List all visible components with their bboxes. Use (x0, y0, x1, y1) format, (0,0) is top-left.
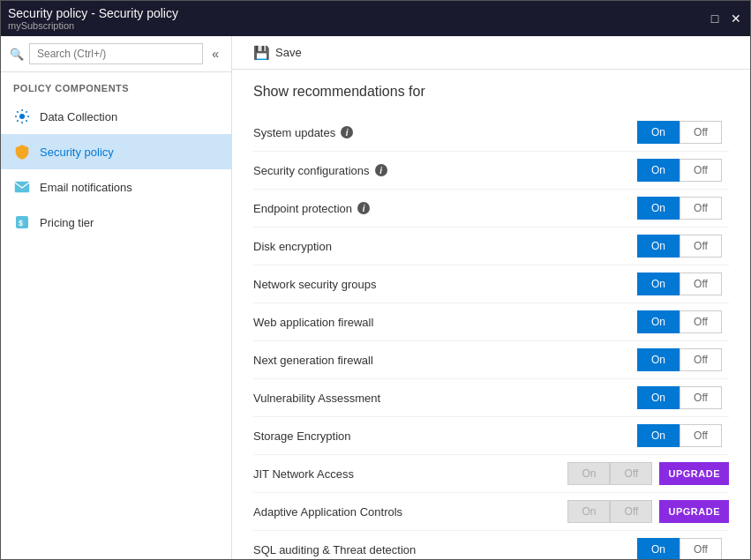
on-button-vulnerability-assessment[interactable]: On (637, 386, 680, 409)
title-bar-controls: □ ✕ (708, 11, 743, 26)
toggle-group-storage-encryption: OnOff (637, 424, 722, 447)
toggle-group-jit-network-access: OnOff (567, 462, 652, 485)
title-bar: Security policy - Security policy mySubs… (1, 1, 750, 36)
toggle-group-next-generation-firewall: OnOff (637, 348, 722, 371)
section-title: Show recommendations for (253, 84, 729, 100)
main-area: 🔍 « POLICY COMPONENTS Data Collection (1, 36, 750, 559)
toggle-group-sql-auditing-threat-detection: OnOff (637, 538, 722, 559)
content-area: 💾 Save Show recommendations for System u… (232, 36, 750, 559)
toolbar: 💾 Save (232, 36, 750, 70)
sidebar-item-security-policy-label: Security policy (40, 146, 114, 159)
collapse-button[interactable]: « (208, 45, 222, 63)
off-button-security-configurations[interactable]: Off (680, 159, 722, 182)
toggle-group-endpoint-protection: OnOff (637, 197, 722, 220)
svg-text:$: $ (19, 219, 23, 228)
recommendation-row-system-updates: System updatesiOnOff (253, 114, 729, 152)
sidebar-item-email-notifications[interactable]: Email notifications (1, 169, 231, 205)
recommendation-row-adaptive-application-controls: Adaptive Application ControlsOnOffUPGRAD… (253, 493, 729, 531)
recommendation-row-network-security-groups: Network security groupsOnOff (253, 265, 729, 303)
on-button-system-updates[interactable]: On (637, 121, 680, 144)
on-button-network-security-groups[interactable]: On (637, 273, 680, 295)
rec-label-adaptive-application-controls: Adaptive Application Controls (253, 505, 567, 519)
policy-components-label: POLICY COMPONENTS (1, 72, 231, 99)
off-button-storage-encryption[interactable]: Off (680, 424, 722, 447)
svg-rect-1 (15, 182, 29, 192)
save-icon: 💾 (253, 45, 270, 61)
close-button[interactable]: ✕ (729, 11, 743, 26)
rec-label-storage-encryption: Storage Encryption (253, 429, 637, 443)
on-button-adaptive-application-controls: On (567, 500, 610, 523)
sidebar: 🔍 « POLICY COMPONENTS Data Collection (1, 36, 232, 559)
on-button-web-application-firewall[interactable]: On (637, 310, 680, 333)
main-window: Security policy - Security policy mySubs… (0, 0, 751, 560)
off-button-sql-auditing-threat-detection[interactable]: Off (680, 538, 722, 559)
shield-icon (13, 143, 31, 161)
rec-label-web-application-firewall: Web application firewall (253, 316, 637, 329)
sidebar-item-pricing-tier[interactable]: $ Pricing tier (1, 205, 231, 240)
search-bar: 🔍 « (1, 36, 231, 72)
rec-label-network-security-groups: Network security groups (253, 278, 637, 291)
save-label: Save (275, 46, 302, 59)
toggle-group-disk-encryption: OnOff (637, 235, 722, 258)
rec-label-security-configurations: Security configurationsi (253, 164, 637, 177)
recommendation-row-endpoint-protection: Endpoint protectioniOnOff (253, 190, 729, 228)
save-button[interactable]: 💾 Save (246, 41, 309, 64)
on-button-next-generation-firewall[interactable]: On (637, 348, 680, 371)
upgrade-button-adaptive-application-controls[interactable]: UPGRADE (659, 500, 729, 523)
content-scroll: Show recommendations for System updatesi… (232, 70, 750, 559)
search-icon: 🔍 (10, 48, 24, 61)
recommendation-row-security-configurations: Security configurationsiOnOff (253, 152, 729, 190)
on-button-jit-network-access: On (567, 462, 610, 485)
pricing-icon: $ (13, 213, 31, 231)
recommendation-row-sql-auditing-threat-detection: SQL auditing & Threat detectionOnOff (253, 531, 729, 559)
title-bar-left: Security policy - Security policy mySubs… (8, 6, 178, 31)
on-button-sql-auditing-threat-detection[interactable]: On (637, 538, 680, 559)
on-button-storage-encryption[interactable]: On (637, 424, 680, 447)
rec-label-next-generation-firewall: Next generation firewall (253, 354, 637, 367)
rec-label-sql-auditing-threat-detection: SQL auditing & Threat detection (253, 543, 637, 556)
minimize-button[interactable]: □ (708, 11, 722, 26)
recommendation-row-next-generation-firewall: Next generation firewallOnOff (253, 341, 729, 379)
off-button-system-updates[interactable]: Off (680, 121, 722, 144)
off-button-jit-network-access: Off (610, 462, 652, 485)
toggle-group-system-updates: OnOff (637, 121, 722, 144)
toggle-group-adaptive-application-controls: OnOff (567, 500, 652, 523)
upgrade-button-jit-network-access[interactable]: UPGRADE (659, 462, 729, 485)
on-button-endpoint-protection[interactable]: On (637, 197, 680, 220)
recommendation-row-web-application-firewall: Web application firewallOnOff (253, 303, 729, 341)
sidebar-item-pricing-tier-label: Pricing tier (40, 216, 94, 229)
sidebar-item-email-notifications-label: Email notifications (40, 181, 132, 194)
search-input[interactable] (29, 43, 203, 64)
off-button-disk-encryption[interactable]: Off (680, 235, 722, 258)
info-icon-endpoint-protection: i (357, 202, 370, 214)
window-subtitle: mySubscription (8, 20, 178, 31)
off-button-endpoint-protection[interactable]: Off (680, 197, 722, 220)
sidebar-item-data-collection[interactable]: Data Collection (1, 99, 231, 134)
recommendation-row-vulnerability-assessment: Vulnerability AssessmentOnOff (253, 379, 729, 417)
off-button-next-generation-firewall[interactable]: Off (680, 348, 722, 371)
toggle-group-security-configurations: OnOff (637, 159, 722, 182)
email-icon (13, 178, 31, 196)
on-button-disk-encryption[interactable]: On (637, 235, 680, 258)
off-button-vulnerability-assessment[interactable]: Off (680, 386, 722, 409)
off-button-adaptive-application-controls: Off (610, 500, 652, 523)
off-button-network-security-groups[interactable]: Off (680, 273, 722, 295)
toggle-group-network-security-groups: OnOff (637, 273, 722, 295)
sidebar-item-security-policy[interactable]: Security policy (1, 134, 231, 169)
recommendation-row-disk-encryption: Disk encryptionOnOff (253, 228, 729, 265)
recommendation-row-storage-encryption: Storage EncryptionOnOff (253, 417, 729, 455)
rec-label-vulnerability-assessment: Vulnerability Assessment (253, 392, 637, 405)
window-title: Security policy - Security policy (8, 6, 178, 20)
recommendations-list: System updatesiOnOffSecurity configurati… (253, 114, 729, 559)
info-icon-security-configurations: i (375, 164, 387, 176)
gear-icon (13, 108, 31, 125)
svg-point-0 (19, 114, 25, 119)
rec-label-disk-encryption: Disk encryption (253, 240, 637, 253)
on-button-security-configurations[interactable]: On (637, 159, 680, 182)
info-icon-system-updates: i (341, 126, 353, 138)
toggle-group-vulnerability-assessment: OnOff (637, 386, 722, 409)
rec-label-endpoint-protection: Endpoint protectioni (253, 202, 637, 215)
off-button-web-application-firewall[interactable]: Off (680, 310, 722, 333)
rec-label-system-updates: System updatesi (253, 126, 637, 139)
sidebar-item-data-collection-label: Data Collection (40, 110, 117, 123)
